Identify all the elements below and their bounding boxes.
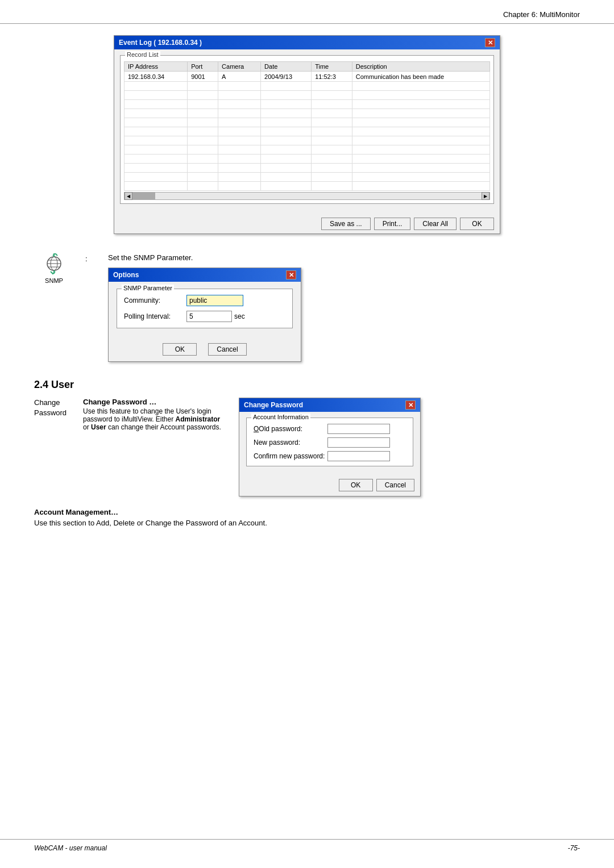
options-title: Options — [113, 271, 139, 279]
account-info-group: Account Information OOld password: New p… — [246, 418, 413, 466]
options-close-button[interactable]: ✕ — [286, 270, 296, 279]
table-row — [125, 173, 490, 182]
clear-all-button[interactable]: Clear All — [414, 218, 457, 230]
table-header-row: IP Address Port Camera Date Time Descrip… — [125, 62, 490, 72]
table-row — [125, 127, 490, 136]
change-password-side-label: ChangePassword — [34, 398, 74, 431]
community-input[interactable] — [186, 295, 243, 306]
change-pw-close-button[interactable]: ✕ — [405, 400, 416, 410]
new-password-row: New password: — [254, 437, 406, 448]
new-password-label: New password: — [254, 439, 327, 446]
table-row — [125, 100, 490, 109]
page-footer: WebCAM - user manual -75- — [0, 839, 614, 857]
snmp-param-group: SNMP Parameter Community: Polling Interv… — [117, 289, 293, 328]
snmp-param-group-label: SNMP Parameter — [122, 285, 174, 291]
account-info-label: Account Information — [251, 414, 310, 420]
event-log-dialog-area: Event Log ( 192.168.0.34 ) ✕ Record List… — [34, 35, 580, 234]
confirm-password-label: Confirm new password: — [254, 452, 327, 460]
save-as-button[interactable]: Save as ... — [321, 218, 371, 230]
record-list-label: Record List — [125, 51, 160, 58]
cell-date: 2004/9/13 — [261, 72, 312, 82]
change-pw-ok-button[interactable]: OK — [339, 479, 373, 491]
col-description: Description — [352, 62, 489, 72]
old-password-input[interactable] — [327, 424, 390, 434]
event-log-close-button[interactable]: ✕ — [485, 38, 495, 47]
user-section-wrapper: 2.4 User ChangePassword Change Password … — [34, 379, 580, 527]
table-row: 192.168.0.34 9001 A 2004/9/13 11:52:3 Co… — [125, 72, 490, 82]
user-bold: User — [91, 423, 106, 431]
page-header: Chapter 6: MultiMonitor — [0, 0, 614, 24]
table-row — [125, 182, 490, 191]
col-time: Time — [312, 62, 352, 72]
event-log-dialog: Event Log ( 192.168.0.34 ) ✕ Record List… — [114, 35, 500, 234]
cell-camera: A — [218, 72, 261, 82]
options-cancel-button[interactable]: Cancel — [208, 343, 246, 356]
footer-left: WebCAM - user manual — [34, 844, 107, 852]
options-dialog: Options ✕ SNMP Parameter Community: Poll… — [108, 268, 301, 362]
footer-right: -75- — [568, 844, 580, 852]
snmp-icon — [43, 253, 65, 276]
scroll-right-arrow[interactable]: ▶ — [482, 192, 489, 200]
account-management-heading: Account Management… — [34, 508, 580, 516]
ok-button[interactable]: OK — [460, 218, 494, 230]
administrator-bold: Administrator — [176, 415, 221, 423]
snmp-description: Set the SNMP Parameter. — [108, 253, 301, 262]
chapter-title: Chapter 6: MultiMonitor — [503, 10, 580, 19]
col-date: Date — [261, 62, 312, 72]
change-password-heading: Change Password … — [83, 398, 227, 406]
event-log-title: Event Log ( 192.168.0.34 ) — [119, 39, 202, 47]
options-ok-button[interactable]: OK — [163, 343, 197, 356]
table-row — [125, 155, 490, 164]
cell-time: 11:52:3 — [312, 72, 352, 82]
record-table: IP Address Port Camera Date Time Descrip… — [124, 61, 490, 191]
polling-row: Polling Interval: sec — [124, 311, 285, 322]
change-pw-body: Account Information OOld password: New p… — [239, 412, 420, 478]
scroll-track — [132, 193, 482, 199]
snmp-section: SNMP : Set the SNMP Parameter. Options ✕… — [34, 251, 580, 362]
polling-unit: sec — [234, 312, 245, 320]
account-management-section: Account Management… Use this section to … — [34, 508, 580, 527]
snmp-description-area: Set the SNMP Parameter. Options ✕ SNMP P… — [108, 251, 301, 362]
col-port: Port — [188, 62, 218, 72]
change-pw-titlebar: Change Password ✕ — [239, 398, 420, 412]
table-row — [125, 82, 490, 91]
event-log-titlebar: Event Log ( 192.168.0.34 ) ✕ — [114, 36, 500, 49]
table-row — [125, 136, 490, 145]
user-right: Change Password ✕ Account Information OO… — [239, 398, 580, 496]
print-button[interactable]: Print... — [374, 218, 411, 230]
change-pw-footer: OK Cancel — [239, 478, 420, 496]
change-pw-cancel-button[interactable]: Cancel — [376, 479, 414, 491]
record-list-group: Record List IP Address Port Camera Date … — [120, 55, 494, 204]
account-management-text: Use this section to Add, Delete or Chang… — [34, 519, 580, 527]
cell-ip: 192.168.0.34 — [125, 72, 188, 82]
old-password-label: OOld password: — [254, 425, 327, 433]
confirm-password-row: Confirm new password: — [254, 451, 406, 461]
table-row — [125, 109, 490, 118]
col-camera: Camera — [218, 62, 261, 72]
polling-input[interactable] — [186, 311, 232, 322]
page-content: Event Log ( 192.168.0.34 ) ✕ Record List… — [0, 24, 614, 573]
user-left: ChangePassword Change Password … Use thi… — [34, 398, 227, 496]
event-log-body: Record List IP Address Port Camera Date … — [114, 49, 500, 214]
options-titlebar: Options ✕ — [109, 268, 301, 282]
scroll-left-arrow[interactable]: ◀ — [125, 192, 132, 200]
confirm-password-input[interactable] — [327, 451, 390, 461]
change-password-content: Change Password … Use this feature to ch… — [83, 398, 227, 431]
table-row — [125, 118, 490, 127]
scroll-thumb[interactable] — [132, 193, 155, 199]
user-section: ChangePassword Change Password … Use thi… — [34, 398, 580, 496]
new-password-input[interactable] — [327, 437, 390, 448]
change-password-text: Use this feature to change the User's lo… — [83, 407, 227, 431]
table-row — [125, 164, 490, 173]
options-footer: OK Cancel — [109, 341, 301, 361]
options-body: SNMP Parameter Community: Polling Interv… — [109, 282, 301, 341]
snmp-colon: : — [85, 251, 97, 263]
community-row: Community: — [124, 295, 285, 306]
table-row — [125, 145, 490, 155]
horizontal-scrollbar[interactable]: ◀ ▶ — [124, 192, 490, 200]
event-log-footer: Save as ... Print... Clear All OK — [114, 214, 500, 233]
cell-description: Communication has been made — [352, 72, 489, 82]
change-pw-title: Change Password — [244, 401, 303, 409]
user-section-heading: 2.4 User — [34, 379, 580, 391]
cell-port: 9001 — [188, 72, 218, 82]
